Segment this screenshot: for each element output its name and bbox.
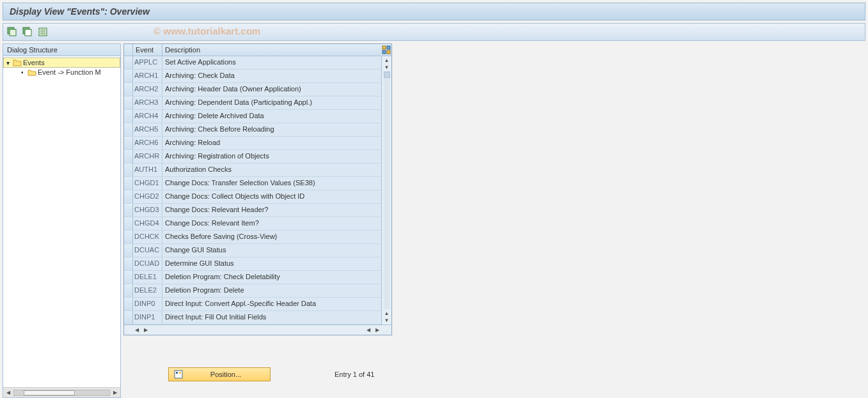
table-header: Event Description (124, 44, 391, 56)
row-selector[interactable] (124, 298, 133, 310)
tree-item-label: Events (23, 59, 45, 66)
row-selector[interactable] (124, 137, 133, 149)
table-row[interactable]: ARCHRArchiving: Registration of Objects (124, 150, 381, 164)
closed-folder-icon (28, 68, 36, 76)
position-icon (174, 370, 183, 379)
table-row[interactable]: DCUADDetermine GUI Status (124, 257, 381, 271)
row-selector[interactable] (124, 70, 133, 82)
cell-event: CHGD2 (133, 190, 162, 203)
cell-description: Change Docs: Relevant Item? (162, 217, 381, 230)
table-config-icon[interactable] (381, 44, 391, 56)
row-selector[interactable] (124, 123, 133, 136)
tree-item-event-function[interactable]: • Event -> Function M (3, 68, 120, 77)
table-row[interactable]: DELE1Deletion Program: Check Deletabilit… (124, 271, 381, 284)
cell-description: Direct Input: Convert Appl.-Specific Hea… (162, 298, 381, 310)
scroll-left-step-icon[interactable]: ◀ (365, 327, 372, 333)
cell-description: Determine GUI Status (162, 257, 381, 270)
table-footer: Position... Entry 1 of 41 (123, 367, 865, 381)
table-row[interactable]: CHGD2Change Docs: Collect Objects with O… (124, 190, 381, 204)
table-row[interactable]: ARCH2Archiving: Header Data (Owner Appli… (124, 83, 381, 96)
row-selector[interactable] (124, 257, 133, 270)
table-row[interactable]: DELE2Deletion Program: Delete (124, 284, 381, 298)
table-row[interactable]: ARCH1Archiving: Check Data (124, 70, 381, 83)
cell-description: Authorization Checks (162, 164, 381, 176)
row-selector[interactable] (124, 284, 133, 297)
select-block-icon[interactable] (38, 27, 48, 37)
tree-item-events[interactable]: ▾ Events (3, 57, 120, 68)
row-selector[interactable] (124, 56, 133, 69)
collapse-all-icon[interactable] (22, 27, 33, 37)
cell-description: Change GUI Status (162, 244, 381, 257)
scroll-right-step-icon[interactable]: ▶ (142, 327, 150, 333)
scroll-left-icon[interactable]: ◀ (133, 327, 141, 333)
scroll-right-icon[interactable]: ▶ (374, 327, 381, 333)
cell-description: Archiving: Delete Archived Data (162, 110, 381, 123)
row-selector[interactable] (124, 231, 133, 243)
table-row[interactable]: DCHCKChecks Before Saving (Cross-View) (124, 231, 381, 244)
expand-toggle-icon[interactable]: ▾ (6, 59, 13, 66)
cell-description: Archiving: Check Before Reloading (162, 123, 381, 136)
row-selector[interactable] (124, 204, 133, 217)
cell-event: CHGD3 (133, 204, 162, 217)
cell-description: Checks Before Saving (Cross-View) (162, 231, 381, 243)
cell-description: Archiving: Check Data (162, 70, 381, 82)
table-row[interactable]: CHGD1Change Docs: Transfer Selection Val… (124, 177, 381, 190)
svg-rect-1 (10, 29, 16, 36)
row-selector-header[interactable] (124, 44, 133, 56)
cell-event: CHGD1 (133, 177, 162, 190)
cell-event: ARCH5 (133, 123, 162, 136)
cell-event: AUTH1 (133, 164, 162, 176)
row-selector[interactable] (124, 164, 133, 176)
row-selector[interactable] (124, 177, 133, 190)
table-row[interactable]: DINP0Direct Input: Convert Appl.-Specifi… (124, 298, 381, 311)
table-row[interactable]: ARCH5Archiving: Check Before Reloading (124, 123, 381, 137)
scroll-left-icon[interactable]: ◀ (4, 390, 12, 395)
col-header-description[interactable]: Description (162, 44, 381, 56)
table-vscrollbar[interactable]: ▲ ▼ ▲ ▼ (381, 56, 391, 325)
entry-counter: Entry 1 of 41 (335, 371, 374, 378)
table-row[interactable]: CHGD3Change Docs: Relevant Header? (124, 204, 381, 217)
table-row[interactable]: ARCH3Archiving: Dependent Data (Particip… (124, 96, 381, 110)
tree-hscrollbar[interactable]: ◀ ▶ (3, 387, 120, 397)
row-selector[interactable] (124, 96, 133, 109)
scroll-track[interactable] (13, 390, 110, 396)
row-selector[interactable] (124, 150, 133, 163)
tree-body: ▾ Events • Event -> Function M (3, 56, 120, 387)
cell-description: Change Docs: Transfer Selection Values (… (162, 177, 381, 190)
position-button[interactable]: Position... (168, 367, 271, 381)
tree-item-label: Event -> Function M (38, 68, 101, 76)
row-selector[interactable] (124, 190, 133, 203)
cell-description: Change Docs: Relevant Header? (162, 204, 381, 217)
cell-description: Deletion Program: Check Deletability (162, 271, 381, 284)
tree-panel: Dialog Structure ▾ Events • Event -> Fun… (3, 43, 121, 398)
scroll-up-step-icon[interactable]: ▲ (383, 310, 391, 316)
cell-event: ARCH3 (133, 96, 162, 109)
table-row[interactable]: APPLCSet Active Applications (124, 56, 381, 70)
vscroll-track[interactable] (384, 72, 390, 309)
scroll-down-icon[interactable]: ▼ (383, 318, 391, 323)
table-row[interactable]: DCUACChange GUI Status (124, 244, 381, 257)
table-row[interactable]: CHGD4Change Docs: Relevant Item? (124, 217, 381, 231)
scroll-down-step-icon[interactable]: ▼ (383, 65, 391, 70)
table-row[interactable]: ARCH6Archiving: Reload (124, 137, 381, 150)
table-row[interactable]: AUTH1Authorization Checks (124, 164, 381, 177)
expand-all-icon[interactable] (7, 27, 17, 37)
row-selector[interactable] (124, 311, 133, 324)
svg-rect-10 (383, 50, 386, 54)
table-row[interactable]: DINP1Direct Input: Fill Out Initial Fiel… (124, 311, 381, 325)
cell-description: Archiving: Registration of Objects (162, 150, 381, 163)
row-selector[interactable] (124, 271, 133, 284)
open-folder-icon (13, 59, 22, 66)
table-row[interactable]: ARCH4Archiving: Delete Archived Data (124, 110, 381, 123)
scroll-right-icon[interactable]: ▶ (111, 390, 119, 395)
row-selector[interactable] (124, 244, 133, 257)
cell-description: Deletion Program: Delete (162, 284, 381, 297)
row-selector[interactable] (124, 83, 133, 96)
row-selector[interactable] (124, 110, 133, 123)
page-title: Display View "Events": Overview (3, 3, 865, 20)
row-selector[interactable] (124, 217, 133, 230)
col-header-event[interactable]: Event (133, 44, 162, 56)
table-hscrollbar[interactable]: ◀ ▶ ◀ ▶ (124, 325, 391, 335)
cell-event: DINP1 (133, 311, 162, 324)
scroll-up-icon[interactable]: ▲ (383, 57, 391, 63)
